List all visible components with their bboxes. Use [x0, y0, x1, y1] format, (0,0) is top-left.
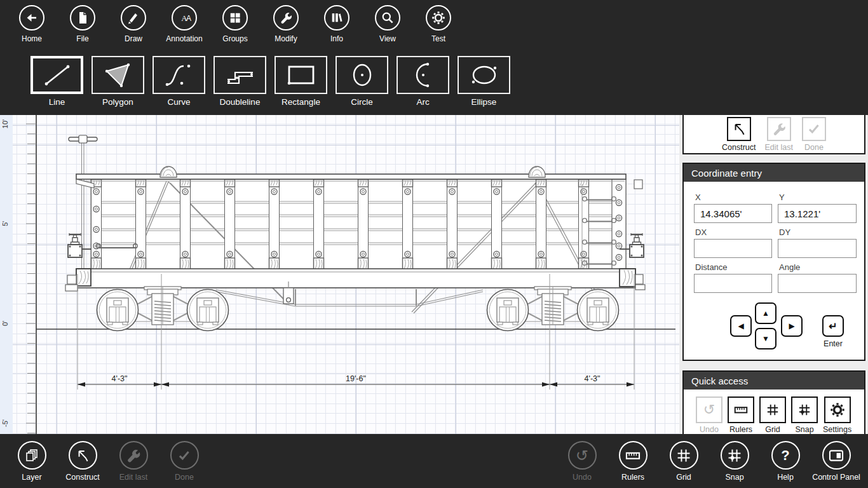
y-field-label: Y: [779, 193, 857, 202]
circle-tool-icon: [336, 56, 388, 94]
top-app-bar: Home File Draw AA Annotation Grou: [0, 0, 868, 115]
menu-info[interactable]: Info: [311, 5, 362, 43]
menu-file[interactable]: File: [57, 5, 108, 43]
check-icon: [170, 441, 199, 470]
tool-ellipse[interactable]: Ellipse: [458, 56, 510, 107]
quick-access-panel: Quick access ↺ Undo Rulers Grid: [682, 370, 865, 434]
magnifier-icon: [375, 5, 400, 30]
angle-field-label: Angle: [779, 262, 857, 272]
file-icon: [70, 5, 95, 30]
quick-undo-button[interactable]: ↺ Undo: [696, 396, 722, 434]
up-arrow-icon: ▲: [762, 309, 770, 318]
done-button-bottom[interactable]: Done: [159, 441, 210, 482]
construct-button-bottom[interactable]: Construct: [57, 441, 108, 482]
doubleline-tool-icon: [214, 56, 266, 94]
tool-curve[interactable]: Curve: [153, 56, 205, 107]
tiles-icon: [222, 5, 248, 30]
grid-button-bottom[interactable]: Grid: [658, 441, 709, 482]
enter-button[interactable]: ↵: [822, 315, 844, 337]
quick-settings-button[interactable]: Settings: [823, 396, 851, 434]
tool-circle[interactable]: Circle: [336, 56, 388, 107]
gear-icon: [426, 5, 451, 30]
tool-line[interactable]: Line: [31, 56, 83, 107]
wrench-icon: [119, 441, 148, 470]
app-window: Home File Draw AA Annotation Grou: [0, 0, 868, 488]
menu-test[interactable]: Test: [413, 5, 464, 43]
curve-tool-icon: [153, 56, 205, 94]
check-icon: [802, 117, 826, 141]
x-field[interactable]: [694, 204, 772, 223]
control-panel-button[interactable]: Control Panel: [811, 441, 862, 482]
vertical-ruler: 10' 5' 0' -5': [0, 115, 36, 434]
wrench-icon: [273, 5, 299, 30]
edit-last-button[interactable]: Edit last: [765, 117, 793, 153]
dim-label-middle: 19'-6": [346, 374, 366, 383]
layers-icon: [18, 441, 46, 470]
grid-icon: [759, 396, 786, 423]
quick-snap-button[interactable]: Snap: [791, 396, 818, 434]
undo-button-bottom[interactable]: ↺ Undo: [557, 441, 607, 482]
menu-annotation[interactable]: AA Annotation: [159, 5, 210, 43]
svg-text:A: A: [186, 14, 191, 23]
gear-icon: [824, 396, 851, 423]
ruler-label-10: 10': [1, 119, 9, 128]
enter-return-icon: ↵: [829, 320, 837, 332]
tool-polygon[interactable]: Polygon: [92, 56, 144, 107]
tool-doubleline[interactable]: Doubleline: [214, 56, 266, 107]
drawing-canvas[interactable]: 4'-3" 19'-6" 4'-3": [0, 115, 679, 434]
menu-draw[interactable]: Draw: [108, 5, 159, 43]
menu-groups[interactable]: Groups: [210, 5, 261, 43]
ruler-label-neg5: -5': [1, 419, 9, 427]
rulers-button-bottom[interactable]: Rulers: [607, 441, 658, 482]
right-sidebar: Construct Edit last Done Coordinate entr…: [679, 115, 868, 434]
nudge-down-button[interactable]: ▼: [755, 328, 776, 349]
done-button[interactable]: Done: [802, 117, 826, 153]
grid-icon: [670, 441, 698, 470]
construct-arrow-icon: [69, 441, 97, 470]
menu-modify[interactable]: Modify: [261, 5, 311, 43]
ruler-icon: [728, 396, 754, 423]
distance-field[interactable]: [694, 274, 772, 293]
menu-row: Home File Draw AA Annotation Grou: [6, 5, 464, 43]
dx-field[interactable]: [694, 239, 772, 258]
angle-field[interactable]: [778, 274, 857, 293]
left-arrow-icon: ◀: [738, 322, 743, 330]
construct-panel: Construct Edit last Done: [682, 115, 865, 154]
construct-button[interactable]: Construct: [722, 117, 756, 153]
menu-view[interactable]: View: [362, 5, 413, 43]
tool-arc[interactable]: Arc: [397, 56, 449, 107]
menu-home[interactable]: Home: [6, 5, 57, 43]
coordinate-entry-header: Coordinate entry: [684, 164, 864, 182]
annotation-aa-icon: AA: [172, 5, 197, 30]
nudge-right-button[interactable]: ▶: [781, 315, 803, 337]
snap-button-bottom[interactable]: Snap: [709, 441, 760, 482]
arc-tool-icon: [397, 56, 449, 94]
railcar-drawing: 4'-3" 19'-6" 4'-3": [0, 115, 679, 434]
enter-label: Enter: [822, 339, 844, 348]
draw-tool-row: Line Polygon Curve Doubleline Re: [31, 56, 510, 107]
tool-rectangle[interactable]: Rectangle: [275, 56, 327, 107]
nudge-left-button[interactable]: ◀: [730, 315, 752, 337]
ruler-label-0: 0': [1, 321, 9, 326]
undo-icon: ↺: [696, 396, 722, 423]
nudge-keypad: ▲ ◀ ▼ ▶ ↵ Enter: [694, 302, 854, 366]
nudge-up-button[interactable]: ▲: [755, 302, 776, 324]
dim-label-left: 4'-3": [112, 374, 128, 383]
down-arrow-icon: ▼: [762, 334, 770, 343]
y-field[interactable]: [778, 204, 857, 223]
layer-button[interactable]: Layer: [6, 441, 57, 482]
ruler-icon: [619, 441, 648, 470]
edit-last-button-bottom[interactable]: Edit last: [108, 441, 159, 482]
quick-grid-button[interactable]: Grid: [759, 396, 786, 434]
quick-rulers-button[interactable]: Rulers: [728, 396, 754, 434]
dim-label-right: 4'-3": [585, 374, 600, 383]
help-button[interactable]: ? Help: [760, 441, 811, 482]
quick-access-header: Quick access: [684, 372, 864, 390]
dy-field[interactable]: [778, 239, 857, 258]
polygon-tool-icon: [92, 56, 144, 94]
distance-field-label: Distance: [695, 262, 772, 272]
railcar: [65, 135, 645, 331]
dx-field-label: DX: [695, 227, 772, 237]
snap-icon: [791, 396, 818, 423]
ellipse-tool-icon: [458, 56, 510, 94]
